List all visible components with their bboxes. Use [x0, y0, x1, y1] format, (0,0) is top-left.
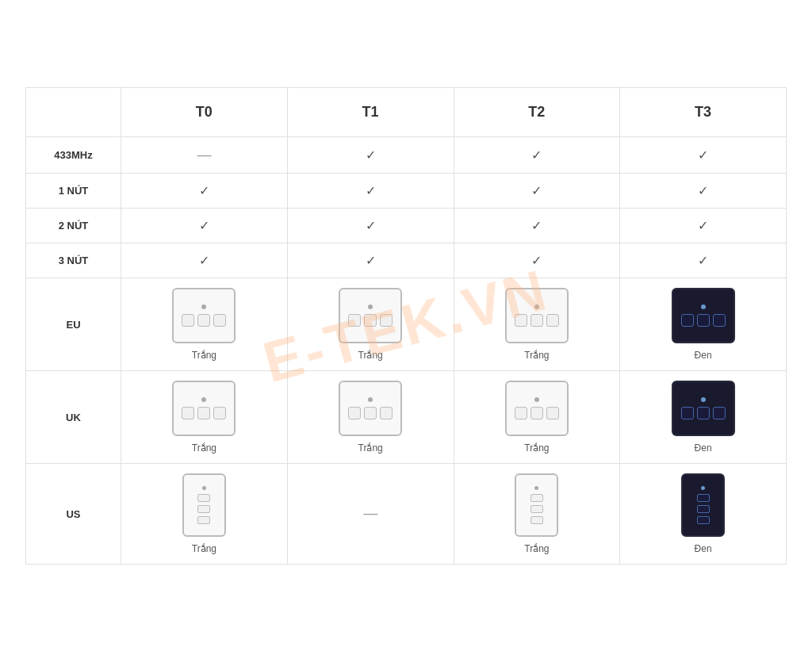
table-row: 1 NÚT ✓ ✓ ✓ ✓: [26, 173, 787, 208]
nut3-t0-cell: ✓: [121, 243, 288, 278]
top-dot: [202, 486, 206, 490]
check-icon: ✓: [531, 184, 542, 197]
button-square: [697, 407, 710, 419]
row-label-us: US: [26, 463, 121, 564]
top-dot: [534, 304, 539, 309]
eu-t0-cell: Trắng: [121, 278, 288, 370]
top-dot: [701, 397, 706, 402]
col-header-t2: T2: [454, 87, 620, 136]
device-wrapper: Trắng: [128, 473, 281, 554]
check-icon: ✓: [698, 219, 708, 232]
button-square: [364, 314, 377, 327]
us-t1-cell: —: [287, 463, 454, 564]
button-square: [182, 314, 194, 327]
button-square: [213, 407, 226, 419]
table-row: 433MHz — ✓ ✓ ✓: [26, 136, 787, 173]
row-label-eu: EU: [26, 278, 121, 370]
uk-t1-cell: Trắng: [287, 370, 454, 463]
device-color-label: Trắng: [192, 442, 216, 454]
switch-uk-dark: [672, 381, 735, 436]
buttons-row: [681, 314, 726, 327]
button-square: [681, 314, 694, 327]
top-dot: [368, 304, 373, 309]
check-icon: ✓: [366, 148, 376, 162]
nut2-t2-cell: ✓: [454, 208, 620, 243]
nut1-t2-cell: ✓: [454, 173, 620, 208]
device-wrapper: Trắng: [128, 381, 281, 454]
buttons-row: [681, 407, 726, 419]
nut2-t1-cell: ✓: [287, 208, 454, 243]
top-dot: [201, 397, 206, 402]
switch-us-white: [515, 473, 558, 537]
us-t3-cell: Đen: [620, 463, 787, 564]
switch-uk-white: [339, 381, 402, 436]
buttons-col: [697, 494, 710, 524]
switch-us-white: [182, 473, 226, 537]
button-rect: [197, 516, 210, 524]
device-wrapper: Trắng: [128, 288, 281, 361]
button-square: [713, 407, 726, 419]
switch-uk-white: [172, 381, 236, 436]
device-wrapper: Đen: [626, 473, 779, 554]
button-rect: [530, 494, 543, 502]
table-row: 3 NÚT ✓ ✓ ✓ ✓: [26, 243, 787, 278]
top-dot: [701, 304, 706, 309]
device-wrapper: Trắng: [461, 288, 614, 361]
device-color-label: Trắng: [524, 350, 549, 361]
button-square: [182, 407, 194, 419]
button-square: [697, 314, 710, 327]
button-square: [213, 314, 226, 327]
us-t0-cell: Trắng: [121, 463, 288, 564]
top-dot: [701, 486, 705, 490]
nut1-t0-cell: ✓: [121, 173, 288, 208]
button-square: [197, 314, 210, 327]
switch-eu-dark: [672, 288, 735, 343]
buttons-row: [515, 314, 559, 327]
uk-t2-cell: Trắng: [454, 370, 620, 463]
us-t2-cell: Trắng: [454, 463, 620, 564]
device-wrapper: Trắng: [461, 473, 614, 554]
check-icon: ✓: [199, 254, 209, 267]
button-square: [530, 314, 543, 327]
dash-icon: —: [363, 505, 377, 521]
table-row: UK Trắng: [26, 370, 787, 463]
button-rect: [697, 516, 710, 524]
device-wrapper: Trắng: [294, 381, 447, 454]
eu-t1-cell: Trắng: [287, 278, 454, 370]
switch-eu-white: [505, 288, 569, 343]
button-square: [515, 407, 527, 419]
button-square: [530, 407, 543, 419]
buttons-row: [515, 407, 559, 419]
row-label-2nut: 2 NÚT: [26, 208, 121, 243]
switch-eu-white: [172, 288, 236, 343]
comparison-table: T0 T1 T2 T3 433MHz — ✓ ✓ ✓: [25, 87, 787, 565]
table-row: EU Trắng: [26, 278, 787, 370]
button-rect: [197, 505, 210, 513]
check-icon: ✓: [199, 219, 209, 232]
button-square: [546, 407, 559, 419]
top-dot: [534, 397, 539, 402]
device-wrapper: Đen: [626, 288, 779, 361]
button-rect: [530, 516, 543, 524]
nut1-t3-cell: ✓: [620, 173, 787, 208]
button-square: [380, 407, 393, 419]
switch-us-dark: [681, 473, 725, 537]
check-icon: ✓: [698, 148, 708, 162]
nut2-t0-cell: ✓: [121, 208, 288, 243]
switch-uk-white: [505, 381, 569, 436]
button-rect: [197, 494, 210, 502]
check-icon: ✓: [698, 254, 708, 267]
row-label-3nut: 3 NÚT: [26, 243, 121, 278]
row-label-1nut: 1 NÚT: [26, 173, 121, 208]
uk-t3-cell: Đen: [620, 370, 787, 463]
button-square: [364, 407, 377, 419]
col-header-empty: [26, 87, 121, 136]
check-icon: ✓: [366, 184, 376, 197]
check-icon: ✓: [531, 219, 542, 232]
buttons-row: [348, 314, 393, 327]
freq-t3-cell: ✓: [620, 136, 787, 173]
device-color-label: Đen: [695, 442, 712, 454]
freq-t2-cell: ✓: [454, 136, 620, 173]
buttons-row: [348, 407, 393, 419]
switch-eu-white: [339, 288, 402, 343]
